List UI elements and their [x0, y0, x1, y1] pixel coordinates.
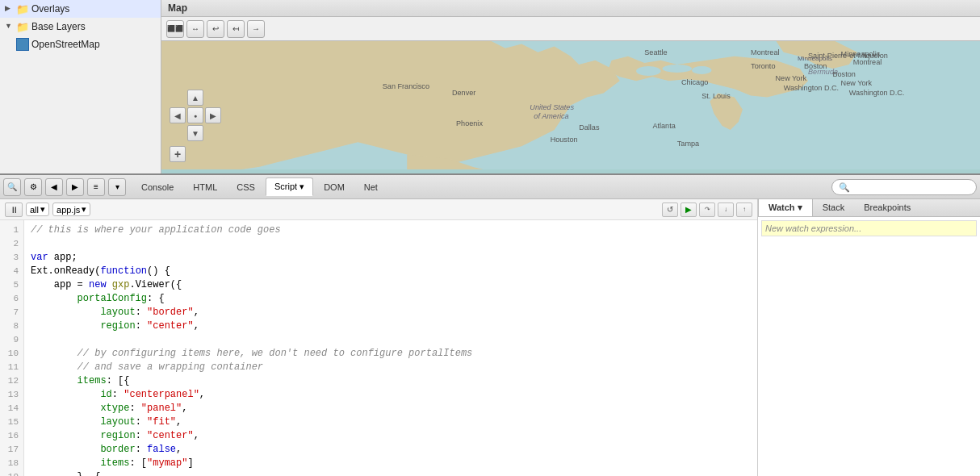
svg-text:Dallas: Dallas — [579, 123, 600, 132]
svg-text:New York: New York — [841, 79, 873, 87]
code-line-6: portalConfig: { — [31, 292, 751, 306]
tab-css[interactable]: CSS — [228, 178, 264, 196]
folder-icon-base: 📁 — [16, 20, 29, 33]
code-line-3: var app; — [31, 251, 751, 265]
toolbar-btn-3[interactable]: ↩ — [207, 20, 224, 38]
svg-text:United States: United States — [530, 103, 574, 111]
overlays-item[interactable]: ▶ 📁 Overlays — [0, 0, 161, 18]
code-panel: ⏸ all ▾ app.js ▾ ↺ ▶ ↷ ↓ ↑ — [0, 199, 758, 476]
svg-text:Boston: Boston — [832, 70, 855, 78]
tab-dom[interactable]: DOM — [315, 178, 354, 196]
reload-btn[interactable]: ↺ — [662, 203, 678, 217]
watch-content: New watch expression... — [758, 217, 980, 476]
tab-console[interactable]: Console — [132, 178, 182, 196]
folder-icon: 📁 — [16, 2, 29, 15]
svg-text:Minneapolis: Minneapolis — [841, 50, 881, 58]
devtools: 🔍 ⚙ ◀ ▶ ≡ ▾ Console HTML CSS Script ▾ DO… — [0, 173, 980, 476]
devtools-icons: 🔍 ⚙ ◀ ▶ ≡ ▾ — [3, 178, 126, 196]
dropdown-icon[interactable]: ▾ — [108, 178, 126, 196]
sidebar: ▶ 📁 Overlays ▼ 📁 Base Layers OpenStreetM… — [0, 0, 161, 173]
svg-text:Montreal: Montreal — [751, 48, 779, 56]
code-line-2 — [31, 237, 751, 251]
tab-script[interactable]: Script ▾ — [266, 177, 313, 196]
code-line-4: Ext.onReady(function() { — [31, 265, 751, 278]
svg-text:Atlanta: Atlanta — [652, 122, 676, 130]
code-line-1: // this is where your application code g… — [31, 223, 751, 237]
svg-text:Washington D.C.: Washington D.C. — [784, 84, 840, 92]
svg-text:Denver: Denver — [452, 89, 475, 97]
code-line-13: id: "centerpanel", — [31, 388, 751, 402]
breakpoints-tab[interactable]: Breakpoints — [854, 199, 920, 216]
openstreetmap-item[interactable]: OpenStreetMap — [0, 35, 161, 53]
code-content: // this is where your application code g… — [24, 220, 757, 476]
code-line-5: app = new gxp.Viewer({ — [31, 278, 751, 292]
code-line-10: // by configuring items here, we don't n… — [31, 347, 751, 361]
code-line-16: region: "center", — [31, 429, 751, 443]
svg-text:Minneapolis: Minneapolis — [798, 55, 832, 62]
code-line-11: // and save a wrapping container — [31, 361, 751, 374]
pan-center-btn[interactable]: ● — [187, 107, 203, 123]
map-container: Map ⬛⬛ ↔ ↩ ↤ → — [161, 0, 980, 173]
code-line-8: region: "center", — [31, 319, 751, 333]
base-layers-item[interactable]: ▼ 📁 Base Layers — [0, 18, 161, 35]
new-watch-expression[interactable]: New watch expression... — [761, 220, 977, 236]
filter-selector[interactable]: all ▾ — [26, 203, 49, 216]
step-into-btn[interactable]: ↓ — [718, 203, 734, 217]
pan-down-btn[interactable]: ▼ — [187, 125, 203, 141]
toggle-btn[interactable]: ⏸ — [5, 203, 23, 217]
code-line-19: }, { — [31, 470, 751, 476]
svg-text:Houston: Houston — [551, 136, 578, 144]
svg-text:San Francisco: San Francisco — [383, 82, 429, 90]
map-title: Map — [161, 0, 980, 17]
settings-icon[interactable]: ⚙ — [24, 178, 42, 196]
code-line-14: xtype: "panel", — [31, 402, 751, 415]
code-toolbar: ⏸ all ▾ app.js ▾ ↺ ▶ ↷ ↓ ↑ — [0, 199, 757, 220]
inspect-icon[interactable]: 🔍 — [3, 178, 21, 196]
code-editor[interactable]: 12345 678910 1112131415 1617181920 21 //… — [0, 220, 757, 476]
zoom-in-btn[interactable]: + — [170, 146, 186, 162]
pan-up-btn[interactable]: ▲ — [187, 90, 203, 106]
watch-tabs: Watch ▾ Stack Breakpoints — [758, 199, 980, 217]
map-svg: Seattle Montreal Saint-Pierre-et-Miquelo… — [161, 41, 980, 169]
svg-text:Toronto: Toronto — [751, 62, 775, 70]
menu-icon[interactable]: ≡ — [87, 178, 105, 196]
svg-text:of America: of America — [534, 112, 568, 120]
map-viewport: Seattle Montreal Saint-Pierre-et-Miquelo… — [161, 41, 980, 169]
stack-tab[interactable]: Stack — [813, 199, 855, 216]
code-line-17: border: false, — [31, 443, 751, 457]
toolbar-btn-4[interactable]: ↤ — [227, 20, 245, 38]
code-line-12: items: [{ — [31, 374, 751, 388]
expand-icon-base: ▼ — [5, 22, 15, 31]
tab-net[interactable]: Net — [355, 178, 387, 196]
code-line-9 — [31, 333, 751, 347]
svg-text:Washington D.C.: Washington D.C. — [849, 89, 905, 97]
pan-left-btn[interactable]: ◀ — [170, 107, 186, 123]
pan-right-btn[interactable]: ▶ — [205, 107, 221, 123]
watch-tab[interactable]: Watch ▾ — [758, 199, 813, 216]
svg-text:Phoenix: Phoenix — [456, 119, 483, 127]
code-line-7: layout: "border", — [31, 306, 751, 319]
code-line-18: items: ["mymap"] — [31, 457, 751, 470]
base-layers-label: Base Layers — [31, 21, 86, 32]
search-input[interactable] — [831, 179, 977, 195]
step-out-btn[interactable]: ↑ — [736, 203, 752, 217]
back-icon[interactable]: ◀ — [45, 178, 63, 196]
svg-point-3 — [692, 66, 711, 74]
file-selector[interactable]: app.js ▾ — [52, 203, 90, 216]
run-btn[interactable]: ▶ — [681, 203, 697, 217]
line-numbers: 12345 678910 1112131415 1617181920 21 — [0, 220, 24, 476]
openstreetmap-label: OpenStreetMap — [31, 39, 100, 50]
code-actions: ↺ ▶ ↷ ↓ ↑ — [662, 203, 752, 217]
devtools-tabbar: 🔍 ⚙ ◀ ▶ ≡ ▾ Console HTML CSS Script ▾ DO… — [0, 175, 980, 199]
svg-text:Montreal: Montreal — [853, 58, 882, 66]
step-over-btn[interactable]: ↷ — [699, 203, 715, 217]
svg-text:St. Louis: St. Louis — [701, 93, 731, 101]
toolbar-btn-1[interactable]: ⬛⬛ — [166, 20, 184, 38]
forward-icon[interactable]: ▶ — [66, 178, 84, 196]
watch-panel: Watch ▾ Stack Breakpoints New watch expr… — [758, 199, 980, 476]
toolbar-btn-5[interactable]: → — [247, 20, 265, 38]
app-container: ▶ 📁 Overlays ▼ 📁 Base Layers OpenStreetM… — [0, 0, 980, 476]
toolbar-btn-2[interactable]: ↔ — [186, 20, 204, 38]
tab-html[interactable]: HTML — [184, 178, 226, 196]
svg-text:New York: New York — [776, 74, 807, 82]
